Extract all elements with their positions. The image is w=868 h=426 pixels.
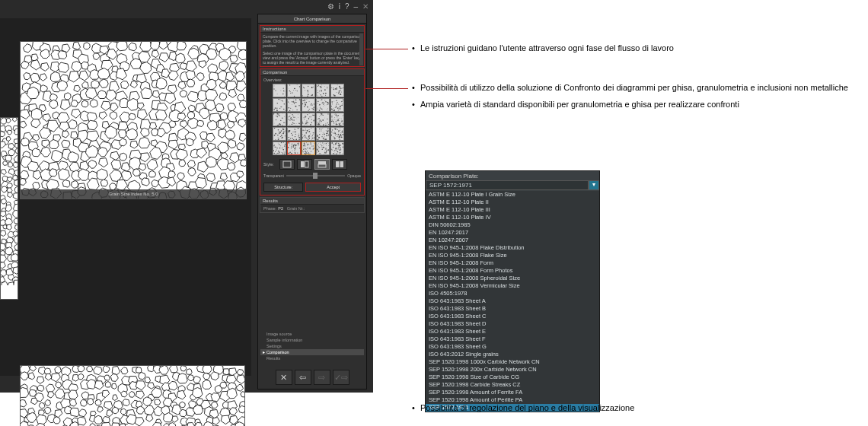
svg-marker-25 <box>8 169 14 175</box>
dropdown-option[interactable]: SEP 1520:1998 1000x Carbide Network CN <box>426 358 599 366</box>
svg-point-1780 <box>318 145 318 145</box>
comparison-image-top[interactable]: Grain Size index No. 5.0 <box>20 41 247 199</box>
nav-item[interactable]: Sample information <box>260 337 364 343</box>
overview-cell[interactable] <box>316 141 330 155</box>
gear-icon[interactable]: ⚙ <box>327 2 334 11</box>
svg-point-1822 <box>335 144 336 145</box>
slider-thumb[interactable] <box>313 173 318 179</box>
dropdown-option[interactable]: ASTM E 112-10 Plate IV <box>426 214 599 221</box>
dropdown-option[interactable]: EN 10247:2017 <box>426 229 599 237</box>
dropdown-option[interactable]: EN ISO 945-1:2008 Form Photos <box>426 267 599 275</box>
dropdown-option[interactable]: ISO 643:1983 Sheet G <box>426 343 599 351</box>
dropdown-option[interactable]: EN ISO 945-1:2008 Form <box>426 259 599 267</box>
svg-point-1241 <box>342 104 343 105</box>
svg-point-1025 <box>273 88 274 89</box>
svg-marker-591 <box>78 409 86 417</box>
svg-marker-281 <box>180 120 187 127</box>
dropdown-option[interactable]: EN 10247:2007 <box>426 237 599 244</box>
info-icon[interactable]: i <box>339 2 340 11</box>
style-option-3[interactable] <box>314 159 330 170</box>
overview-cell[interactable] <box>273 127 286 141</box>
overview-cell[interactable] <box>302 141 315 155</box>
overview-cell[interactable] <box>302 98 315 112</box>
dropdown-option[interactable]: SEP 1520:1998 Size of Carbide CG <box>426 374 599 381</box>
overview-cell[interactable] <box>316 84 330 97</box>
dropdown-option[interactable]: ISO 643:2012 Single grains <box>426 351 599 358</box>
dropdown-option[interactable]: ASTM E 112-10 Plate I Grain Size <box>426 191 599 199</box>
dropdown-option[interactable]: ISO 643:1983 Sheet C <box>426 313 599 320</box>
style-option-1[interactable] <box>279 159 295 170</box>
overview-cell[interactable] <box>287 141 301 155</box>
cancel-icon[interactable]: ✕ <box>276 370 292 385</box>
back-icon[interactable]: ⇦ <box>295 370 311 385</box>
dropdown-option[interactable]: ISO 643:1983 Sheet F <box>426 335 599 343</box>
overview-cell[interactable] <box>287 98 301 112</box>
accept-button[interactable]: Accept <box>305 183 361 192</box>
dropdown-option[interactable]: SEP 1520:1998 200x Carbide Network CN <box>426 366 599 374</box>
minimize-icon[interactable]: – <box>353 2 358 11</box>
dropdown-option[interactable]: EN ISO 945-1:2008 Flake Size <box>426 252 599 259</box>
dropdown-option[interactable]: EN ISO 945-1:2008 Spheroidal Size <box>426 275 599 282</box>
scrollbar[interactable] <box>359 33 363 65</box>
dropdown-option[interactable]: ASTM E 112-10 Plate II <box>426 199 599 206</box>
overview-cell[interactable] <box>273 113 286 126</box>
svg-marker-179 <box>82 81 89 88</box>
svg-point-1656 <box>273 150 274 151</box>
dropdown-option[interactable]: SEP 1520:1998 Amount of Ferrite FA <box>426 389 599 396</box>
svg-point-1801 <box>322 145 323 146</box>
overview-cell[interactable] <box>302 84 315 97</box>
overview-cell[interactable] <box>302 127 315 141</box>
svg-marker-254 <box>137 110 147 119</box>
help-icon[interactable]: ? <box>345 2 349 11</box>
nav-item[interactable]: ▸Comparison <box>260 349 364 355</box>
style-option-2[interactable] <box>297 159 312 170</box>
dropdown-option[interactable]: ISO 643:1983 Sheet E <box>426 328 599 335</box>
comparison-image-bottom[interactable]: Grain Size index No. 5.5 <box>20 365 245 426</box>
svg-point-1411 <box>335 114 336 115</box>
overview-cell[interactable] <box>302 113 315 126</box>
svg-marker-224 <box>71 100 78 107</box>
dropdown-option[interactable]: DIN 50602:1985 <box>426 221 599 229</box>
close-icon[interactable]: ✕ <box>362 2 369 11</box>
structure-button[interactable]: Structure: <box>263 183 303 192</box>
dropdown-option[interactable]: ASTM E 112-10 Plate III <box>426 206 599 214</box>
overview-cell[interactable] <box>316 127 330 141</box>
forward-icon[interactable]: ⇨ <box>314 370 330 385</box>
svg-point-1181 <box>305 104 305 105</box>
confirm-icon[interactable]: ✓⇨ <box>333 370 349 385</box>
dropdown-select[interactable]: SEP 1572:1971 ▾ <box>426 180 599 190</box>
svg-marker-554 <box>220 391 230 401</box>
nav-item[interactable]: Results <box>260 355 364 361</box>
dropdown-option[interactable]: SEP 1520:1998 Carbide Streaks CZ <box>426 381 599 389</box>
dropdown-option[interactable]: ISO 4505:1978 <box>426 290 599 297</box>
overview-cell[interactable] <box>330 141 344 155</box>
overview-cell[interactable] <box>330 113 344 126</box>
overview-cell[interactable] <box>287 113 301 126</box>
svg-point-1827 <box>333 145 334 145</box>
overview-cell[interactable] <box>330 127 344 141</box>
dropdown-option[interactable]: EN ISO 945-1:2008 Vermicular Size <box>426 282 599 290</box>
svg-marker-110 <box>78 54 88 65</box>
opacity-slider[interactable] <box>286 175 345 176</box>
overview-cell[interactable] <box>287 84 301 97</box>
nav-item[interactable]: Settings <box>260 343 364 349</box>
svg-marker-292 <box>62 131 69 138</box>
overview-cell[interactable] <box>273 98 286 112</box>
nav-item[interactable]: Image source <box>260 331 364 337</box>
svg-point-1649 <box>282 152 283 153</box>
overview-cell[interactable] <box>316 98 330 112</box>
chevron-down-icon[interactable]: ▾ <box>589 180 599 190</box>
overview-cell[interactable] <box>330 98 344 112</box>
dropdown-option[interactable]: EN ISO 945-1:2008 Flake Distribution <box>426 244 599 252</box>
overview-cell[interactable] <box>330 84 344 97</box>
overview-cell[interactable] <box>273 84 286 97</box>
dropdown-option[interactable]: ISO 643:1983 Sheet B <box>426 305 599 313</box>
dropdown-option[interactable]: ISO 643:1983 Sheet A <box>426 297 599 305</box>
style-option-4[interactable] <box>332 159 347 170</box>
overview-cell[interactable] <box>287 127 301 141</box>
overview-cell[interactable] <box>273 141 286 155</box>
svg-point-1104 <box>340 90 341 91</box>
svg-marker-572 <box>143 397 152 406</box>
overview-cell[interactable] <box>316 113 330 126</box>
dropdown-option[interactable]: ISO 643:1983 Sheet D <box>426 320 599 328</box>
